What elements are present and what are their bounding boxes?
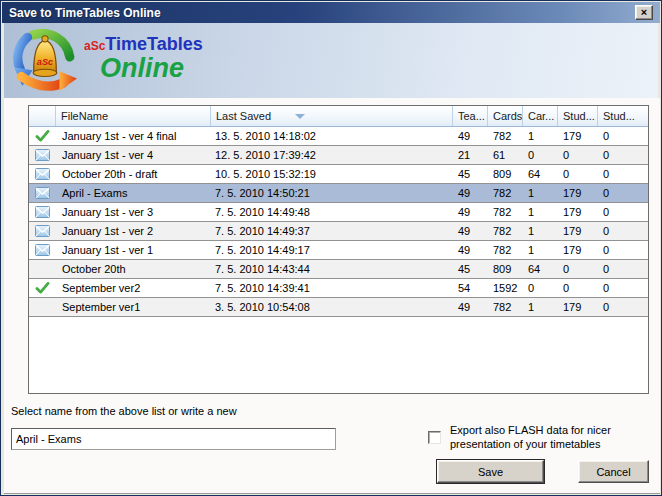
cancel-button[interactable]: Cancel	[578, 460, 649, 483]
close-icon: ×	[641, 6, 647, 18]
cell-car: 0	[522, 279, 557, 297]
window-title: Save to TimeTables Online	[2, 6, 161, 20]
cell-last-saved: 12. 5. 2010 17:39:42	[210, 146, 452, 164]
cell-filename: April - Exams	[55, 184, 210, 202]
table-row[interactable]: January 1st - ver 4 12. 5. 2010 17:39:42…	[29, 146, 648, 165]
table-row[interactable]: January 1st - ver 2 7. 5. 2010 14:49:37 …	[29, 222, 648, 241]
brand-text: aScTimeTables Online	[84, 35, 203, 82]
column-header-filename[interactable]: FileName	[55, 106, 210, 126]
cell-teachers: 45	[452, 165, 487, 183]
table-row[interactable]: September ver1 3. 5. 2010 10:54:08 49 78…	[29, 298, 648, 317]
asc-timetables-logo-icon: aSc	[12, 28, 78, 94]
save-button[interactable]: Save	[437, 460, 544, 483]
table-row[interactable]: January 1st - ver 4 final 13. 5. 2010 14…	[29, 127, 648, 146]
cell-students2: 0	[597, 222, 648, 240]
cell-students: 179	[557, 298, 597, 316]
cell-cards: 1592	[487, 279, 522, 297]
cell-cards: 782	[487, 241, 522, 259]
cell-teachers: 49	[452, 298, 487, 316]
mail-icon	[29, 184, 55, 202]
cell-filename: January 1st - ver 4	[55, 146, 210, 164]
titlebar[interactable]: Save to TimeTables Online ×	[2, 2, 660, 23]
cell-filename: January 1st - ver 1	[55, 241, 210, 259]
cell-car: 1	[522, 203, 557, 221]
cell-teachers: 49	[452, 203, 487, 221]
cell-students: 179	[557, 184, 597, 202]
cell-filename: October 20th - draft	[55, 165, 210, 183]
cell-filename: January 1st - ver 4 final	[55, 127, 210, 145]
cell-students: 0	[557, 146, 597, 164]
cell-filename: January 1st - ver 2	[55, 222, 210, 240]
column-header-teachers[interactable]: Tea...	[452, 106, 487, 126]
cell-cards: 782	[487, 127, 522, 145]
cell-last-saved: 7. 5. 2010 14:49:37	[210, 222, 452, 240]
cell-students: 0	[557, 260, 597, 278]
table-row-selected[interactable]: April - Exams 7. 5. 2010 14:50:21 49 782…	[29, 184, 648, 203]
cell-filename: September ver1	[55, 298, 210, 316]
column-header-last-saved[interactable]: Last Saved	[210, 106, 452, 126]
cell-cards: 809	[487, 260, 522, 278]
brand-prefix: aSc	[84, 39, 105, 53]
cell-cards: 782	[487, 298, 522, 316]
cell-car: 1	[522, 127, 557, 145]
cell-cards: 809	[487, 165, 522, 183]
brand-banner: aSc aScTimeTables Online	[4, 23, 658, 98]
cell-filename: October 20th	[55, 260, 210, 278]
cell-last-saved: 7. 5. 2010 14:49:17	[210, 241, 452, 259]
mail-icon	[29, 165, 55, 183]
column-header-icon[interactable]	[29, 106, 55, 126]
cell-students: 179	[557, 222, 597, 240]
column-header-students2[interactable]: Stud...	[597, 106, 648, 126]
mail-icon	[29, 241, 55, 259]
cell-car: 64	[522, 260, 557, 278]
cell-last-saved: 3. 5. 2010 10:54:08	[210, 298, 452, 316]
cell-students: 179	[557, 241, 597, 259]
cell-car: 1	[522, 222, 557, 240]
mail-icon	[29, 203, 55, 221]
cell-teachers: 49	[452, 184, 487, 202]
cell-cards: 782	[487, 203, 522, 221]
cell-last-saved: 7. 5. 2010 14:39:41	[210, 279, 452, 297]
no-icon	[29, 260, 55, 278]
list-empty-area	[29, 317, 648, 394]
column-header-car[interactable]: Car...	[522, 106, 557, 126]
cell-students2: 0	[597, 203, 648, 221]
cell-cards: 61	[487, 146, 522, 164]
cell-students2: 0	[597, 184, 648, 202]
cell-students2: 0	[597, 279, 648, 297]
table-row[interactable]: September ver2 7. 5. 2010 14:39:41 54 15…	[29, 279, 648, 298]
cell-students2: 0	[597, 241, 648, 259]
export-flash-label: Export also FLASH data for nicer present…	[450, 423, 634, 452]
export-flash-checkbox[interactable]	[428, 431, 441, 444]
cell-teachers: 49	[452, 241, 487, 259]
brand-name: TimeTables	[105, 34, 202, 54]
timetable-file-list: FileName Last Saved Tea... Cards Car... …	[28, 105, 649, 394]
cell-teachers: 54	[452, 279, 487, 297]
table-row[interactable]: January 1st - ver 1 7. 5. 2010 14:49:17 …	[29, 241, 648, 260]
cell-car: 1	[522, 184, 557, 202]
cell-last-saved: 7. 5. 2010 14:50:21	[210, 184, 452, 202]
cell-last-saved: 7. 5. 2010 14:49:48	[210, 203, 452, 221]
close-button[interactable]: ×	[635, 5, 653, 20]
cell-cards: 782	[487, 222, 522, 240]
cell-students: 179	[557, 203, 597, 221]
column-header-students[interactable]: Stud...	[557, 106, 597, 126]
table-row[interactable]: October 20th - draft 10. 5. 2010 15:32:1…	[29, 165, 648, 184]
dialog-body: FileName Last Saved Tea... Cards Car... …	[4, 98, 660, 494]
table-header-row: FileName Last Saved Tea... Cards Car... …	[29, 106, 648, 127]
check-icon	[29, 127, 55, 145]
cell-students: 179	[557, 127, 597, 145]
cell-students2: 0	[597, 260, 648, 278]
column-header-cards[interactable]: Cards	[487, 106, 522, 126]
cell-last-saved: 13. 5. 2010 14:18:02	[210, 127, 452, 145]
cell-students2: 0	[597, 298, 648, 316]
cell-car: 0	[522, 146, 557, 164]
cell-teachers: 45	[452, 260, 487, 278]
save-dialog: Save to TimeTables Online × aSc aScTimeT…	[0, 0, 662, 496]
column-header-last-saved-label: Last Saved	[216, 107, 271, 126]
cell-students: 0	[557, 279, 597, 297]
table-row[interactable]: January 1st - ver 3 7. 5. 2010 14:49:48 …	[29, 203, 648, 222]
check-icon	[29, 279, 55, 297]
filename-input[interactable]	[11, 428, 336, 450]
table-row[interactable]: October 20th 7. 5. 2010 14:43:44 45 809 …	[29, 260, 648, 279]
